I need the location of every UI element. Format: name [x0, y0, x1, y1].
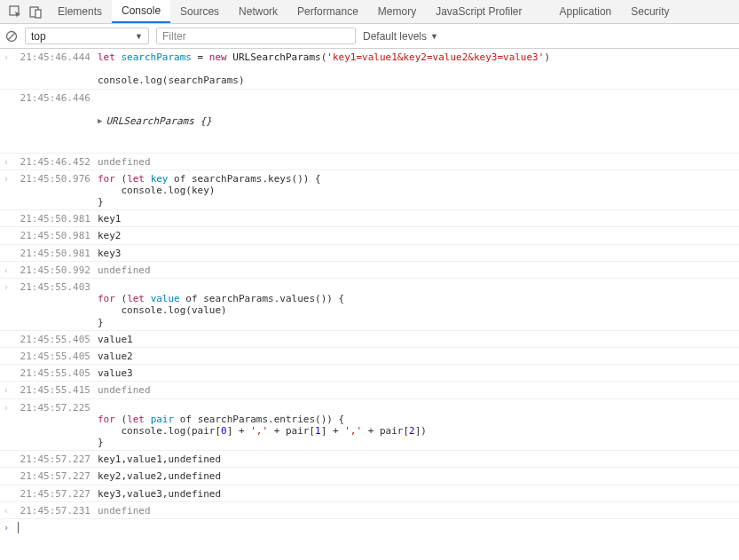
console-row: › 21:45:50.976 for (let key of searchPar… [0, 170, 739, 211]
tab-console[interactable]: Console [112, 0, 170, 23]
levels-label: Default levels [363, 30, 427, 43]
code-input: for (let key of searchParams.keys()) { c… [92, 173, 739, 209]
console-row: 21:45:50.981key1 [0, 210, 739, 227]
device-toggle-icon[interactable] [29, 5, 43, 19]
code-input: let searchParams = new URLSearchParams('… [92, 51, 739, 87]
console-row: 21:45:57.227key2,value2,undefined [0, 468, 739, 485]
return-value: undefined [92, 264, 739, 276]
timestamp: 21:45:50.992 [12, 264, 92, 276]
tab-sources[interactable]: Sources [170, 0, 229, 23]
svg-rect-2 [35, 10, 41, 18]
object-output[interactable]: ▶URLSearchParams {} [92, 92, 739, 151]
timestamp: 21:45:55.403 [12, 281, 92, 328]
log-output: value3 [92, 367, 739, 379]
timestamp: 21:45:57.227 [12, 470, 92, 482]
prompt-marker-icon: › [0, 522, 12, 537]
devtools-tabbar: Elements Console Sources Network Perform… [0, 0, 739, 24]
timestamp: 21:45:50.981 [12, 213, 92, 225]
inspect-icon[interactable] [9, 5, 22, 19]
prompt-input[interactable] [12, 522, 19, 537]
timestamp: 21:45:46.452 [12, 156, 92, 168]
log-output: key2 [92, 230, 739, 241]
log-output: key3 [92, 248, 739, 259]
console-prompt[interactable]: › [0, 519, 739, 537]
svg-line-4 [8, 33, 15, 40]
chevron-down-icon: ▼ [430, 32, 438, 41]
console-row: › 21:45:55.403 for (let value of searchP… [0, 279, 739, 331]
timestamp: 21:45:57.227 [12, 488, 92, 500]
timestamp: 21:45:46.446 [12, 92, 92, 151]
output-marker-icon: ‹ [0, 264, 12, 276]
expand-triangle-icon[interactable]: ▶ [98, 116, 102, 126]
timestamp: 21:45:57.225 [12, 402, 92, 449]
console-output: › 21:45:46.444 let searchParams = new UR… [0, 49, 739, 537]
return-value: undefined [92, 156, 739, 168]
console-row: › 21:45:46.444 let searchParams = new UR… [0, 49, 739, 90]
console-row: 21:45:57.227key1,value1,undefined [0, 451, 739, 468]
timestamp: 21:45:50.981 [12, 248, 92, 259]
console-row: 21:45:55.405value3 [0, 365, 739, 382]
log-output: key1 [92, 213, 739, 225]
toolbar-left-icons [4, 5, 48, 19]
log-output: key2,value2,undefined [92, 470, 739, 482]
console-row: 21:45:55.405value2 [0, 348, 739, 365]
log-output: value1 [92, 334, 739, 345]
log-output: key3,value3,undefined [92, 488, 739, 500]
timestamp: 21:45:50.981 [12, 230, 92, 241]
console-toolbar: top ▼ Filter Default levels ▼ [0, 24, 739, 49]
console-row: › 21:45:57.225 for (let pair of searchPa… [0, 399, 739, 452]
timestamp: 21:45:46.444 [12, 51, 92, 87]
filter-input[interactable]: Filter [156, 28, 356, 44]
input-marker-icon: › [0, 173, 12, 209]
output-marker-icon: ‹ [0, 156, 12, 168]
tab-network[interactable]: Network [229, 0, 287, 23]
timestamp: 21:45:55.415 [12, 384, 92, 396]
timestamp: 21:45:57.231 [12, 505, 92, 517]
timestamp: 21:45:50.976 [12, 173, 92, 209]
timestamp: 21:45:55.405 [12, 334, 92, 345]
return-value: undefined [92, 384, 739, 396]
tab-jsprofiler[interactable]: JavaScript Profiler [426, 0, 531, 23]
log-output: value2 [92, 351, 739, 362]
context-value: top [31, 30, 46, 43]
console-row: 21:45:50.981key3 [0, 245, 739, 262]
timestamp: 21:45:55.405 [12, 367, 92, 379]
console-row: 21:45:46.446 ▶URLSearchParams {} [0, 90, 739, 154]
input-marker-icon: › [0, 281, 12, 328]
tab-security[interactable]: Security [621, 0, 679, 23]
tab-elements[interactable]: Elements [48, 0, 112, 23]
timestamp: 21:45:57.227 [12, 454, 92, 465]
console-row: ‹21:45:55.415undefined [0, 382, 739, 398]
code-input: for (let pair of searchParams.entries())… [92, 402, 739, 449]
log-level-selector[interactable]: Default levels ▼ [363, 30, 438, 43]
console-row: 21:45:50.981key2 [0, 227, 739, 244]
console-row: 21:45:57.227key3,value3,undefined [0, 485, 739, 502]
filter-placeholder: Filter [162, 30, 186, 43]
console-row: ‹21:45:50.992undefined [0, 262, 739, 279]
context-selector[interactable]: top ▼ [25, 28, 149, 44]
console-row: ‹ 21:45:46.452 undefined [0, 154, 739, 170]
console-row: 21:45:55.405value1 [0, 331, 739, 348]
tab-memory[interactable]: Memory [368, 0, 426, 23]
log-output: key1,value1,undefined [92, 454, 739, 465]
tab-performance[interactable]: Performance [287, 0, 368, 23]
code-input: for (let value of searchParams.values())… [92, 281, 739, 328]
chevron-down-icon: ▼ [135, 32, 143, 41]
console-row: ‹21:45:57.231undefined [0, 502, 739, 519]
input-marker-icon: › [0, 51, 12, 87]
output-marker-icon: ‹ [0, 384, 12, 396]
clear-console-icon[interactable] [5, 30, 18, 43]
output-marker-icon: ‹ [0, 505, 12, 517]
input-marker-icon: › [0, 402, 12, 449]
tab-application[interactable]: Application [550, 0, 622, 23]
return-value: undefined [92, 505, 739, 517]
timestamp: 21:45:55.405 [12, 351, 92, 362]
